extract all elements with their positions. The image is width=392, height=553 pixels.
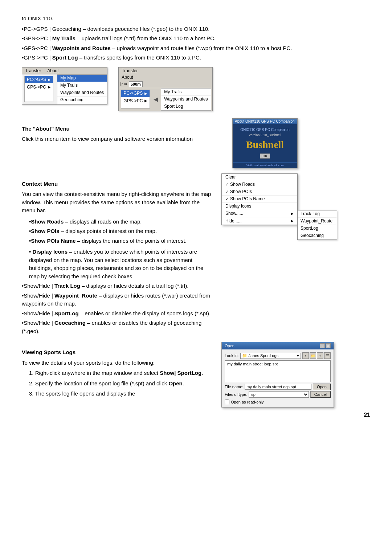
ctx-clear: Clear — [222, 174, 297, 181]
dist-box: 500m — [129, 81, 143, 87]
about-logo: Bushnell — [236, 139, 294, 151]
about-body: Click this menu item to view company and… — [22, 135, 225, 143]
sub-my-trails: My Trails — [57, 82, 107, 89]
about-heading: The "About" Menu — [22, 125, 225, 133]
toolbar-new-folder-btn[interactable]: + — [317, 352, 323, 359]
viewing-step3: 3. The sports log file opens and display… — [22, 390, 214, 398]
menu-bar-about: About — [44, 67, 61, 74]
readonly-row: Open as read-only — [225, 400, 331, 404]
context-heading: Context Menu — [22, 180, 214, 188]
sub-waypoint-route: Waypoint_Route — [298, 218, 337, 225]
viewing-heading: Viewing Sports Logs — [22, 348, 214, 357]
menu-bar-2: Transfer About — [119, 67, 212, 81]
bullet-gps-pc-trails: •GPS->PC | My Trails – uploads trail log… — [22, 34, 370, 43]
page-number: 21 — [364, 412, 370, 418]
about-title-bar: About ONIX110 GPS PC Companion — [233, 119, 297, 124]
menu-bar-transfer: Transfer — [22, 67, 44, 74]
dialog-help-btn[interactable]: ? — [320, 343, 325, 348]
dialog-close-btn[interactable]: ✕ — [326, 343, 331, 348]
about-window-area: About ONIX110 GPS PC Companion ONIX110 G… — [232, 118, 298, 168]
about-footer: Visit us at www.bushnell.com — [233, 162, 297, 168]
viewing-section-area: Viewing Sports Logs To view the details … — [22, 342, 370, 407]
about-body-area: ONIX110 GPS PC Companion Version 2.10_Bu… — [233, 124, 297, 162]
ctx-display-icons: Display Icons — [222, 203, 297, 210]
context-section-area: Context Menu You can view the context-se… — [22, 173, 370, 247]
open-dialog: Open ? ✕ Look in: 📁 Janes SportLogs ▾ — [221, 342, 334, 407]
dialog-title-bar: Open ? ✕ — [222, 342, 334, 349]
ctx-bullet-geocaching: •Show/Hide | Geocaching – enables or dis… — [22, 319, 214, 335]
ctx-bullet-display-icons: • Display Icons – enables you to choose … — [22, 248, 214, 280]
map-toolbar: Ir ✏ 500m — [120, 81, 142, 87]
bullet-gps-pc-sportlog: •GPS->PC | Sport Log – transfers sports … — [22, 54, 370, 62]
look-in-row: Look in: 📁 Janes SportLogs ▾ ↑ 📁 + ☰ — [225, 352, 331, 359]
ctx-show-pois-name: ✓ Show POIs Name — [222, 196, 297, 203]
about-ok-btn[interactable]: OK — [260, 153, 270, 159]
open-dialog-area: Open ? ✕ Look in: 📁 Janes SportLogs ▾ — [221, 342, 334, 407]
look-in-input[interactable]: 📁 Janes SportLogs ▾ — [240, 353, 301, 359]
menu-submenu-1: My Map My Trails Waypoints and Routes Ge… — [57, 74, 107, 104]
context-menu-area: Clear ✓ Show Roads ✓ Show POIs ✓ Show PO… — [221, 173, 298, 247]
ctx-hide: Hide...... ▶ — [222, 217, 297, 225]
menu-row-pc-gps-2: PC->GPS ▶ — [121, 90, 150, 97]
about-version: Version 2.10_Bushnell — [236, 133, 294, 137]
intro-line1: to ONIX 110. — [22, 15, 370, 23]
about-window: About ONIX110 GPS PC Companion ONIX110 G… — [232, 118, 298, 168]
menu-row-pc-gps: PC->GPS ▶ — [25, 76, 53, 83]
sub-geocaching: Geocaching — [57, 97, 107, 104]
ctx-bullet-tracklog: •Show/Hide | Track Log – displays or hid… — [22, 282, 214, 290]
ctx-show-pois: ✓ Show POIs — [222, 188, 297, 196]
toolbar-up-btn[interactable]: ↑ — [302, 352, 309, 359]
sub-my-map: My Map — [57, 75, 107, 82]
menu-screenshot-2: Transfer About Ir ✏ 500m — [118, 67, 213, 111]
menu-bar-transfer-2: Transfer — [119, 67, 212, 74]
toolbar-view-btn[interactable]: ☰ — [324, 352, 331, 359]
ctx-bullet-pois: •Show POIs – displays points of interest… — [22, 227, 214, 235]
about-section-area: The "About" Menu Click this menu item to… — [22, 118, 370, 168]
readonly-checkbox[interactable] — [225, 400, 229, 404]
ctx-bullet-waypointroute: •Show/Hide | Waypoint_Route – displays o… — [22, 292, 214, 308]
readonly-label: Open as read-only — [231, 400, 264, 404]
filename-label: File name: — [225, 385, 243, 389]
filetype-label: Files of type: — [225, 392, 247, 397]
about-software: ONIX110 GPS PC Companion — [236, 128, 294, 132]
sub-sportlog: SportLog — [298, 225, 337, 232]
toolbar-folder-btn[interactable]: 📁 — [310, 352, 316, 359]
ctx-show: Show...... ▶ Track Log Waypoint_Route Sp… — [222, 210, 297, 217]
menu-screenshots: Transfer About PC->GPS ▶ GPS->PC ▶ My Ma… — [22, 67, 370, 111]
dialog-footer: File name: Open Files of type: sp: Cance… — [225, 384, 331, 404]
viewing-step2: 2. Specify the location of the sport log… — [22, 380, 214, 388]
ctx-bullet-pois-name: •Show POIs Name – displays the names of … — [22, 237, 214, 245]
cancel-btn[interactable]: Cancel — [310, 391, 331, 398]
look-in-label: Look in: — [225, 353, 239, 358]
menu-screenshot-1: Transfer About PC->GPS ▶ GPS->PC ▶ My Ma… — [22, 67, 107, 105]
dialog-toolbar: ↑ 📁 + ☰ — [302, 352, 331, 359]
context-menu: Clear ✓ Show Roads ✓ Show POIs ✓ Show PO… — [221, 173, 298, 225]
sub2-waypoints-routes: Waypoints and Routes — [161, 96, 211, 103]
ctx-show-roads: ✓ Show Roads — [222, 181, 297, 188]
sub-waypoints-routes: Waypoints and Routes — [57, 89, 107, 97]
menu-row-gps-pc: GPS->PC ▶ — [25, 83, 53, 91]
viewing-step1: 1. Right-click anywhere in the map windo… — [22, 369, 214, 377]
sub2-sport-log: Sport Log — [161, 103, 211, 110]
filetype-select[interactable]: sp: — [249, 391, 309, 398]
file-area: my daily main stree: loop.spt — [225, 360, 331, 382]
filetype-row: Files of type: sp: Cancel — [225, 391, 331, 398]
menu-bar-about-2: About — [119, 74, 212, 81]
sub-track-log: Track Log — [298, 210, 337, 218]
context-body1: You can view the context-sensitive menu … — [22, 190, 214, 215]
open-btn[interactable]: Open — [313, 384, 331, 390]
menu-row-gps-pc-2: GPS->PC ▶ — [121, 97, 150, 105]
ctx-bullet-sportlog: •Show/Hide | SportLog – enables or disab… — [22, 310, 214, 318]
filename-input[interactable] — [245, 384, 311, 390]
file-item: my daily main stree: loop.spt — [226, 361, 329, 366]
bullet-gps-pc-waypoints: •GPS->PC | Waypoints and Routes – upload… — [22, 44, 370, 53]
sub-geocaching-show: Geocaching — [298, 232, 337, 239]
menu-bar-1: Transfer About — [22, 67, 107, 74]
viewing-body1: To view the details of your sports logs,… — [22, 359, 214, 367]
context-bullets-cont: • Display Icons – enables you to choose … — [22, 248, 214, 335]
menu-submenu-2: My Trails Waypoints and Routes Sport Log — [161, 88, 211, 111]
sub2-my-trails: My Trails — [161, 89, 211, 96]
ctx-bullet-roads: •Show Roads – displays all roads on the … — [22, 218, 214, 226]
bullet-pc-gps-geo: •PC->GPS | Geocaching – downloads geocac… — [22, 25, 370, 33]
filename-row: File name: Open — [225, 384, 331, 390]
